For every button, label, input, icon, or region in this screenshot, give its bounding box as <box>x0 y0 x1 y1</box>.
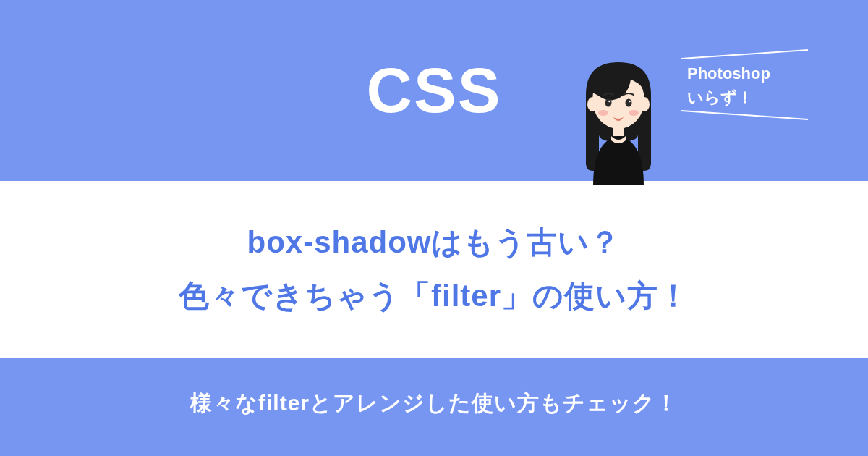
callout-line-2: いらず！ <box>687 85 810 109</box>
title-line-2: 色々できちゃう「filter」の使い方！ <box>22 269 846 323</box>
avatar-icon <box>571 55 665 185</box>
title-band: box-shadowはもう古い？ 色々できちゃう「filter」の使い方！ <box>0 181 868 358</box>
svg-point-3 <box>605 99 612 107</box>
svg-point-1 <box>587 97 597 111</box>
avatar <box>571 55 665 188</box>
callout-line-1: Photoshop <box>687 62 810 85</box>
svg-point-4 <box>626 99 632 107</box>
svg-point-6 <box>629 101 631 103</box>
svg-point-5 <box>608 101 610 103</box>
subtitle: 様々なfilterとアレンジした使い方もチェック！ <box>0 358 868 418</box>
hero-banner: CSS <box>0 0 868 181</box>
svg-point-8 <box>629 110 639 116</box>
svg-line-10 <box>681 50 808 59</box>
category-label: CSS <box>367 54 502 127</box>
svg-point-7 <box>598 110 608 116</box>
speech-callout: Photoshop いらず！ <box>687 62 810 109</box>
svg-point-2 <box>639 97 650 111</box>
svg-line-11 <box>681 111 808 119</box>
svg-rect-9 <box>613 126 624 136</box>
title-line-1: box-shadowはもう古い？ <box>22 216 846 269</box>
